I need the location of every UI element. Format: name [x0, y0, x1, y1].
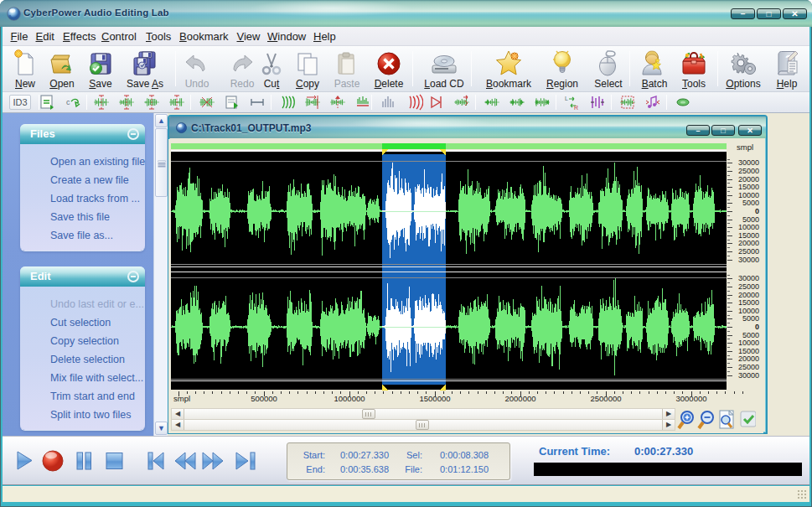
- svg-text:2000000: 2000000: [505, 394, 536, 403]
- svg-text:0: 0: [755, 207, 759, 215]
- svg-text:10000: 10000: [738, 223, 759, 231]
- svg-text:smpl: smpl: [737, 142, 753, 152]
- svg-text:0: 0: [755, 323, 759, 331]
- svg-text:5000: 5000: [742, 199, 759, 207]
- svg-text:30000: 30000: [738, 256, 759, 264]
- svg-text:15000: 15000: [738, 183, 759, 191]
- svg-text:3000000: 3000000: [676, 394, 707, 403]
- svg-text:20000: 20000: [738, 239, 759, 247]
- svg-text:2500000: 2500000: [591, 394, 622, 403]
- svg-text:30000: 30000: [738, 274, 759, 282]
- svg-text:25000: 25000: [738, 167, 759, 175]
- svg-text:20000: 20000: [738, 354, 759, 363]
- svg-text:30000: 30000: [738, 371, 759, 380]
- svg-text:25000: 25000: [738, 282, 759, 291]
- svg-text:1000000: 1000000: [334, 394, 365, 403]
- svg-text:30000: 30000: [738, 158, 759, 167]
- svg-text:10000: 10000: [738, 339, 759, 347]
- svg-text:25000: 25000: [738, 247, 759, 256]
- svg-text:1500000: 1500000: [420, 394, 451, 403]
- svg-text:5000: 5000: [742, 314, 759, 323]
- svg-text:smpl: smpl: [173, 394, 190, 403]
- svg-text:c: c: [66, 98, 70, 106]
- svg-text:15000: 15000: [738, 298, 759, 307]
- svg-text:25000: 25000: [738, 363, 759, 371]
- svg-text:L: L: [565, 96, 568, 101]
- svg-text:500000: 500000: [251, 394, 277, 403]
